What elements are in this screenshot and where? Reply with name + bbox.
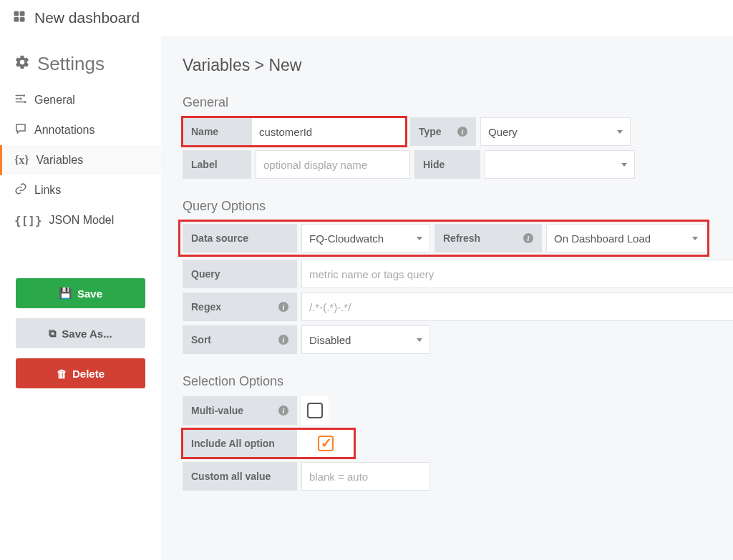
sort-select[interactable]: Disabled [301,325,430,354]
refresh-label: Refresh i [435,224,542,252]
chevron-down-icon [621,163,627,167]
svg-rect-3 [20,17,25,22]
type-select[interactable]: Query [480,117,631,146]
includeall-label: Include All option [183,429,297,458]
multivalue-label: Multi-value i [183,396,297,425]
customall-input[interactable]: blank = auto [301,462,430,491]
type-label: Type i [410,117,476,146]
hide-select[interactable] [485,150,635,179]
refresh-select[interactable]: On Dashboard Load [546,224,705,252]
info-icon[interactable]: i [523,233,533,243]
link-icon [14,182,27,198]
svg-rect-0 [14,11,19,16]
svg-point-6 [24,101,26,103]
chevron-down-icon [417,338,422,342]
copy-icon: ⧉ [49,327,57,340]
sliders-icon [14,92,27,108]
section-general-title: General [183,95,733,110]
label-label: Label [183,150,251,179]
query-input[interactable]: metric name or tags query [301,260,733,288]
save-as-button[interactable]: ⧉ Save As... [16,318,145,348]
settings-sidebar: Settings General Annotations {x} Variabl… [0,36,161,560]
save-button[interactable]: 💾 Save [16,278,145,308]
page-breadcrumb: New dashboard [34,9,140,26]
chevron-down-icon [617,130,623,134]
sort-label: Sort i [183,325,297,354]
sidebar-item-label: Variables [37,154,84,167]
chevron-down-icon [692,237,698,240]
section-query-title: Query Options [183,199,733,214]
multivalue-checkbox[interactable] [301,396,329,425]
sidebar-item-label: Annotations [34,124,95,137]
info-icon[interactable]: i [278,335,288,345]
section-selection-title: Selection Options [183,374,733,389]
sidebar-item-label: Links [34,184,61,197]
svg-rect-2 [14,17,19,22]
svg-point-5 [20,98,22,100]
topbar: New dashboard [0,0,733,36]
sidebar-item-links[interactable]: Links [0,175,161,205]
apps-icon [13,9,26,26]
info-icon[interactable]: i [278,302,288,312]
regex-input[interactable]: /.*-(.*)-.*/ [301,293,733,321]
datasource-select[interactable]: FQ-Cloudwatch [301,224,430,252]
info-icon[interactable]: i [278,406,288,416]
gear-icon [14,53,30,75]
datasource-label: Data source [183,224,297,252]
json-icon: {[]} [14,214,42,227]
label-input[interactable]: optional display name [256,150,410,179]
variable-icon: {x} [14,154,29,167]
info-icon[interactable]: i [457,127,467,137]
svg-rect-1 [20,11,25,16]
chevron-down-icon [417,237,422,240]
svg-point-4 [23,94,25,97]
name-input[interactable]: customerId [251,117,406,146]
delete-button[interactable]: 🗑 Delete [16,358,145,388]
hide-label: Hide [414,150,480,179]
includeall-checkbox[interactable] [297,429,354,458]
name-label: Name [183,117,251,146]
comment-icon [14,122,27,138]
customall-label: Custom all value [183,462,297,491]
content-area: Variables > New General Name customerId … [161,36,733,560]
sidebar-item-annotations[interactable]: Annotations [0,115,161,145]
page-title: Variables > New [183,56,733,75]
regex-label: Regex i [183,293,297,321]
save-icon: 💾 [59,287,72,300]
query-label: Query [183,260,297,288]
sidebar-item-label: JSON Model [49,214,115,227]
sidebar-item-general[interactable]: General [0,85,161,115]
sidebar-title: Settings [0,53,161,85]
sidebar-item-label: General [34,94,75,107]
sidebar-item-variables[interactable]: {x} Variables [0,145,161,175]
trash-icon: 🗑 [57,368,67,380]
sidebar-item-jsonmodel[interactable]: {[]} JSON Model [0,205,161,235]
